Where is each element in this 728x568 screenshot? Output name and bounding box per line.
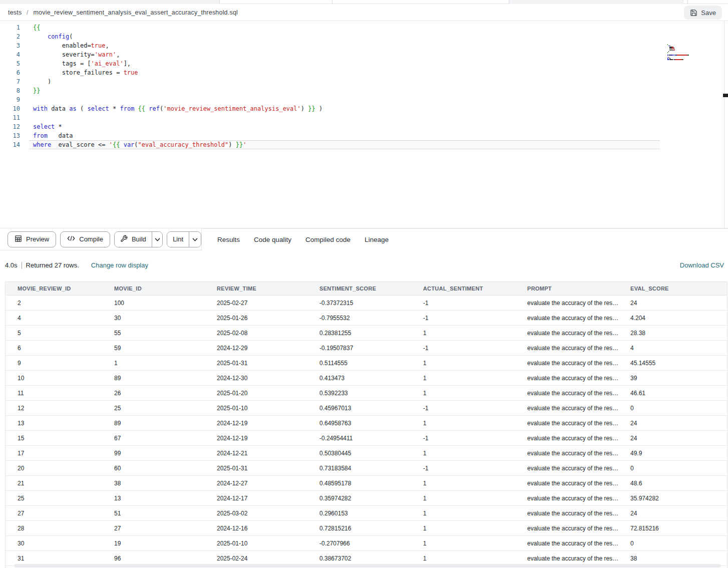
tab-lineage[interactable]: Lineage [357,229,396,251]
code-line[interactable]: 4 severity='warn', [0,50,728,59]
column-header: SENTIMENT_SCORE [307,286,411,292]
line-number: 2 [0,32,29,41]
tab-compiled-code[interactable]: Compiled code [298,229,357,251]
prompt-preview-text: evaluate the accuracy of the res… [527,450,618,457]
preview-button-label: Preview [26,235,49,243]
lint-button[interactable]: Lint [167,232,189,247]
code-line[interactable]: 1{{ [0,23,728,32]
table-cell: 1 [411,330,515,337]
table-cell: -1 [411,300,515,307]
results-table-header: MOVIE_REVIEW_IDMOVIE_IDREVIEW_TIMESENTIM… [6,281,727,296]
prompt-cell: evaluate the accuracy of the res…> [515,555,618,562]
table-cell: 0.5114555 [307,360,411,367]
table-cell: 89 [102,420,205,427]
table-row: 25132024-12-170.359742821evaluate the ac… [6,491,727,506]
editor-minimap[interactable] [667,44,722,129]
table-cell: 89 [102,375,205,382]
code-text [29,95,728,104]
code-lines: 1{{2 config(3 enabled=true,4 severity='w… [0,23,728,149]
table-cell: 46.61 [618,390,727,397]
code-text: tags = ['ai_eval'], [29,59,728,68]
breadcrumb-folder[interactable]: tests [8,9,22,16]
table-cell: 2025-01-31 [205,465,307,472]
prompt-preview-text: evaluate the accuracy of the res… [527,360,618,367]
line-number: 10 [0,104,29,113]
tab-strip-divider [509,0,509,4]
lint-dropdown-button[interactable] [189,232,201,247]
table-cell: 2025-01-31 [205,360,307,367]
table-cell: -1 [411,315,515,322]
tab-code-quality[interactable]: Code quality [247,229,298,251]
horizontal-scrollbar[interactable] [14,564,721,567]
code-line[interactable]: 8}} [0,86,728,95]
code-line[interactable]: 9 [0,95,728,104]
table-cell: 60 [102,465,205,472]
code-text: from data [29,131,728,140]
prompt-cell: evaluate the accuracy of the res…> [515,330,618,337]
compile-button[interactable]: Compile [60,231,110,247]
code-line[interactable]: 3 enabled=true, [0,41,728,50]
table-cell: 2024-12-29 [205,345,307,352]
prompt-cell: evaluate the accuracy of the res…> [515,525,618,532]
table-cell: 4 [6,315,102,322]
table-cell: 2025-02-27 [205,300,307,307]
table-cell: -0.2707966 [307,540,411,547]
line-number: 7 [0,77,29,86]
code-line[interactable]: 12select * [0,122,728,131]
table-cell: 2 [6,300,102,307]
tab-results[interactable]: Results [210,229,247,251]
table-cell: 2025-01-26 [205,315,307,322]
table-cell: 0.35974282 [307,495,411,502]
code-line[interactable]: 2 config( [0,32,728,41]
table-cell: 24 [618,300,727,307]
table-cell: 2024-12-21 [205,450,307,457]
query-status-bar: 4.0s Returned 27 rows. Change row displa… [0,250,728,281]
build-dropdown-button[interactable] [152,232,162,247]
save-button[interactable]: Save [684,6,722,20]
prompt-preview-text: evaluate the accuracy of the res… [527,405,618,412]
prompt-preview-text: evaluate the accuracy of the res… [527,315,618,322]
table-cell: 25 [102,405,205,412]
code-text: enabled=true, [29,41,728,50]
table-cell: 2024-12-30 [205,375,307,382]
table-cell: 4.204 [618,315,727,322]
build-button[interactable]: Build [115,232,152,247]
code-line[interactable]: 10with data as ( select * from {{ ref('m… [0,104,728,113]
preview-button[interactable]: Preview [8,231,56,247]
table-cell: 0.72815216 [307,525,411,532]
code-line[interactable]: 13from data [0,131,728,140]
column-header: ACTUAL_SENTIMENT [411,286,515,292]
change-row-display-link[interactable]: Change row display [91,261,148,269]
code-line[interactable]: 6 store_failures = true [0,68,728,77]
table-cell: -0.19507837 [307,345,411,352]
code-line[interactable]: 11 [0,113,728,122]
prompt-preview-text: evaluate the accuracy of the res… [527,465,618,472]
table-cell: 24 [618,435,727,442]
download-csv-link[interactable]: Download CSV [680,261,724,269]
table-cell: 9 [6,360,102,367]
table-cell: 24 [618,420,727,427]
table-row: 13892024-12-190.649587631evaluate the ac… [6,416,727,431]
table-cell: 38 [102,480,205,487]
table-cell: 72.815216 [618,525,727,532]
results-table-body: 21002025-02-27-0.37372315-1evaluate the … [6,296,727,566]
code-line[interactable]: 5 tags = ['ai_eval'], [0,59,728,68]
prompt-preview-text: evaluate the accuracy of the res… [527,480,618,487]
table-cell: 96 [102,555,205,562]
column-header: EVAL_SCORE [618,286,727,292]
table-cell: 0.5392233 [307,390,411,397]
table-cell: 2024-12-27 [205,480,307,487]
editor-scrollbar-thumb[interactable] [723,94,728,97]
table-cell: -0.37372315 [307,300,411,307]
file-header-bar: tests / movie_review_sentiment_analysis_… [0,4,728,21]
table-cell: 0.28381255 [307,330,411,337]
table-cell: 1 [411,540,515,547]
table-cell: -0.24954411 [307,435,411,442]
sql-code-editor[interactable]: 1{{2 config(3 enabled=true,4 severity='w… [0,21,728,228]
prompt-cell: evaluate the accuracy of the res…> [515,360,618,367]
code-text: store_failures = true [29,68,728,77]
code-line[interactable]: 14where eval_score <= '{{ var("eval_accu… [0,140,728,149]
code-line[interactable]: 7 ) [0,77,728,86]
chevron-down-icon [155,235,160,243]
table-cell: 55 [102,330,205,337]
